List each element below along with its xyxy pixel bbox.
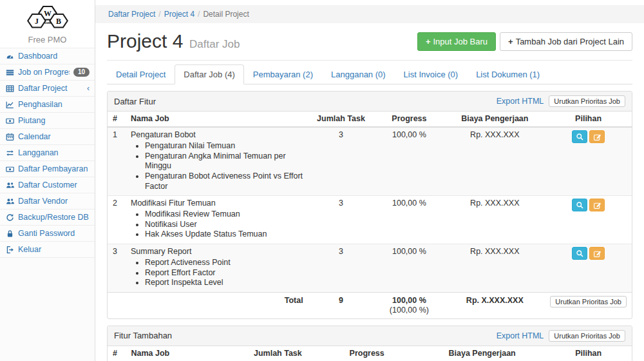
tab-pembayaran[interactable]: Pembayaran (2) [244, 64, 322, 84]
sidebar-item-daftar-project[interactable]: Daftar Project ‹ [0, 80, 95, 96]
col-biaya: Biaya Pengerjaan [444, 112, 545, 127]
breadcrumb-project-4[interactable]: Project 4 [164, 10, 194, 19]
sidebar-item-label: Backup/Restore DB [18, 213, 90, 222]
subtask: Pengaturan Angka Minimal Temuan per Ming… [145, 151, 303, 171]
row-tasks: 3 [308, 196, 374, 244]
sidebar-item-dashboard[interactable]: Dashboard [0, 48, 95, 64]
users-icon [5, 181, 14, 190]
table-header-row: # Nama Job Jumlah Task Progress Biaya Pe… [108, 112, 632, 127]
panel-daftar-fitur: Daftar Fitur Export HTML Urutkan Priorit… [107, 91, 632, 319]
job-title: Modifikasi Fitur Temuan [131, 199, 303, 208]
sidebar-item-label: Langganan [18, 148, 90, 157]
subtask: Hak Akses Update Status Temuan [145, 229, 303, 240]
fitur-tambahan-table: # Nama Job Jumlah Task Progress Biaya Pe… [108, 346, 632, 361]
dashboard-icon [5, 52, 14, 61]
sidebar-item-label: Penghasilan [18, 100, 90, 109]
tab-detail-project[interactable]: Detail Project [107, 64, 175, 84]
daftar-fitur-table: # Nama Job Jumlah Task Progress Biaya Pe… [108, 112, 632, 318]
subtask-list: Report Activeness Point Report Effort Fa… [145, 258, 303, 288]
urutkan-prioritas-job-button[interactable]: Urutkan Prioritas Job [549, 330, 625, 342]
sidebar-item-backup-restore-db[interactable]: Backup/Restore DB [0, 209, 95, 225]
subtask-list: Pengaturan Nilai Temuan Pengaturan Angka… [145, 141, 303, 191]
search-icon [576, 201, 584, 210]
sidebar-menu: Dashboard Job on Progress 10 Daftar Proj… [0, 48, 95, 258]
tab-list-invoice[interactable]: List Invoice (0) [395, 64, 468, 84]
sidebar-item-daftar-customer[interactable]: Daftar Customer [0, 177, 95, 193]
tab-daftar-job[interactable]: Daftar Job (4) [175, 64, 243, 84]
sidebar: W J B .com Free PMO Dashboard Job on Pro… [0, 0, 95, 361]
row-actions [545, 196, 632, 244]
sidebar-item-label: Job on Progress [18, 68, 70, 77]
breadcrumb-separator: / [158, 10, 160, 19]
sidebar-item-label: Daftar Pembayaran [18, 164, 90, 173]
row-actions [545, 127, 632, 196]
sidebar-item-label: Daftar Project [18, 84, 83, 93]
input-job-baru-button[interactable]: +Input Job Baru [417, 32, 496, 51]
table-icon [5, 84, 14, 93]
total-label: Total [126, 292, 308, 318]
app-logo: W J B .com Free PMO [0, 0, 95, 48]
logo-com: .com [43, 21, 51, 24]
logo-letter-j: J [34, 17, 38, 26]
urutkan-prioritas-job-button[interactable]: Urutkan Prioritas Job [549, 95, 625, 107]
export-html-link[interactable]: Export HTML [497, 331, 544, 340]
sidebar-item-label: Ganti Password [18, 229, 90, 238]
row-progress: 100,00 % [374, 196, 444, 244]
col-pilihan: Pilihan [545, 346, 632, 361]
view-job-button[interactable] [572, 199, 587, 211]
breadcrumb-daftar-project[interactable]: Daftar Project [108, 10, 155, 19]
col-pilihan: Pilihan [545, 112, 632, 127]
row-cost: Rp. XXX.XXX [444, 244, 545, 293]
sidebar-item-label: Daftar Vendor [18, 197, 90, 206]
row-no: 3 [108, 244, 126, 293]
sidebar-item-piutang[interactable]: Piutang [0, 112, 95, 128]
subtask: Report Effort Factor [145, 268, 303, 278]
subtask: Notifikasi User [145, 220, 303, 230]
table-row: 2 Modifikasi Fitur Temuan Modifikasi Rev… [108, 196, 632, 244]
edit-icon [593, 133, 601, 141]
col-nama-job: Nama Job [126, 346, 241, 361]
panel-fitur-tambahan: Fitur Tambahan Export HTML Urutkan Prior… [107, 326, 632, 361]
total-progress: 100,00 % (100,00 %) [374, 292, 444, 318]
total-row: Total 9 100,00 % (100,00 %) Rp. X.XXX.XX… [108, 292, 632, 318]
lock-icon [5, 229, 14, 238]
sidebar-item-daftar-pembayaran[interactable]: Daftar Pembayaran [0, 161, 95, 177]
panel-title: Fitur Tambahan [114, 331, 497, 340]
page-title: Project 4 [107, 30, 183, 52]
panel-title: Daftar Fitur [114, 97, 497, 106]
col-progress: Progress [374, 112, 444, 127]
row-tasks: 3 [308, 244, 374, 293]
row-tasks: 3 [308, 127, 374, 196]
tab-langganan[interactable]: Langganan (0) [322, 64, 395, 84]
tambah-job-dari-project-lain-button[interactable]: +Tambah Job dari Project Lain [500, 32, 632, 51]
tab-list-dokumen[interactable]: List Dokumen (1) [467, 64, 549, 84]
col-jumlah-task: Jumlah Task [241, 346, 314, 361]
urutkan-prioritas-job-button[interactable]: Urutkan Prioritas Job [550, 296, 627, 307]
search-icon [576, 249, 584, 258]
row-actions [545, 244, 632, 293]
edit-icon [593, 201, 601, 210]
exchange-icon [5, 149, 14, 157]
row-job: Pengaturan Bobot Pengaturan Nilai Temuan… [126, 127, 308, 196]
col-no: # [108, 346, 126, 361]
view-job-button[interactable] [572, 130, 587, 143]
col-biaya: Biaya Pengerjaan [419, 346, 545, 361]
sidebar-item-langganan[interactable]: Langganan [0, 144, 95, 161]
edit-job-button[interactable] [589, 199, 605, 211]
breadcrumb: Daftar Project/Project 4/Detail Project [95, 5, 644, 23]
list-icon [5, 68, 14, 77]
sidebar-item-daftar-vendor[interactable]: Daftar Vendor [0, 193, 95, 209]
edit-job-button[interactable] [589, 247, 605, 260]
view-job-button[interactable] [572, 247, 587, 260]
row-progress: 100,00 % [374, 244, 444, 293]
sidebar-item-keluar[interactable]: Keluar [0, 241, 95, 258]
row-no: 2 [108, 196, 126, 244]
sidebar-item-penghasilan[interactable]: Penghasilan [0, 96, 95, 112]
logo-letter-w: W [44, 9, 52, 18]
sidebar-item-calendar[interactable]: Calendar [0, 128, 95, 144]
sidebar-item-ganti-password[interactable]: Ganti Password [0, 225, 95, 241]
export-html-link[interactable]: Export HTML [497, 97, 544, 106]
subtask: Pengaturan Bobot Activeness Point vs Eff… [145, 171, 303, 191]
edit-job-button[interactable] [589, 130, 605, 143]
sidebar-item-job-on-progress[interactable]: Job on Progress 10 [0, 64, 95, 80]
